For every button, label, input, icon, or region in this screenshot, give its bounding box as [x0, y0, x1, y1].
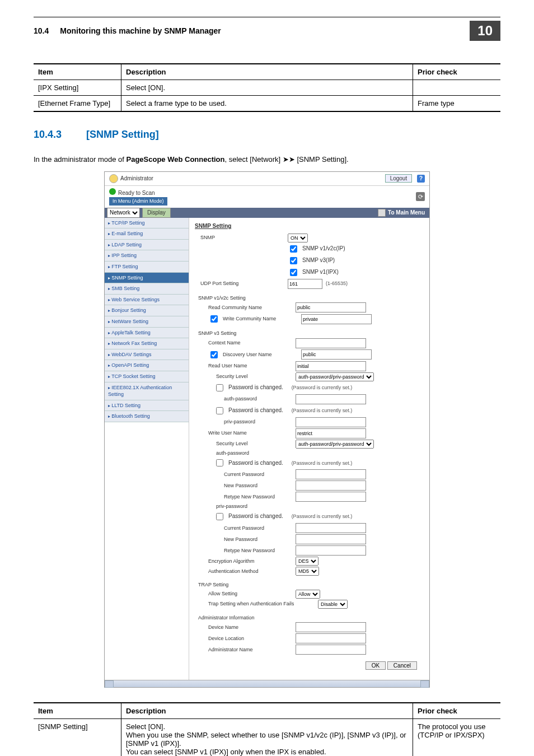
- subsection-number: 10.4.3: [34, 129, 69, 141]
- main-menu-link[interactable]: To Main Menu: [373, 208, 429, 218]
- status-icon: [109, 188, 116, 195]
- enc-alg-select[interactable]: DES: [296, 557, 318, 566]
- content-pane: SNMP Setting SNMPON SNMP v1/v2c(IP) SNMP…: [189, 218, 429, 680]
- admin-name-input[interactable]: [296, 645, 366, 655]
- sidebar-item[interactable]: E-mail Setting: [105, 228, 189, 240]
- sidebar-item[interactable]: IEEE802.1X Authentication Setting: [105, 382, 189, 400]
- sidebar-item[interactable]: TCP Socket Setting: [105, 371, 189, 382]
- th-prior: Prior check: [413, 703, 501, 719]
- display-button[interactable]: Display: [142, 208, 171, 218]
- horizontal-scrollbar[interactable]: [105, 680, 429, 687]
- sec-level-select[interactable]: auth-password/priv-password: [296, 372, 374, 381]
- sidebar-item[interactable]: WebDAV Settings: [105, 349, 189, 361]
- section-title: Monitoring this machine by SNMP Manager: [60, 26, 470, 35]
- cb-v3ip[interactable]: [290, 257, 297, 264]
- context-input[interactable]: [296, 338, 366, 348]
- sidebar-item[interactable]: AppleTalk Setting: [105, 328, 189, 339]
- intro-text: In the administrator mode of PageScope W…: [34, 155, 500, 164]
- th-item: Item: [34, 703, 121, 719]
- sidebar-item[interactable]: LLTD Setting: [105, 400, 189, 412]
- cb-pwchg-2[interactable]: [216, 407, 223, 414]
- sidebar-item[interactable]: Bluetooth Setting: [105, 411, 189, 422]
- th-prior: Prior check: [413, 64, 501, 80]
- new-pw-input[interactable]: [296, 480, 366, 491]
- admin-icon: [109, 174, 118, 183]
- ret-pw-input[interactable]: [296, 492, 366, 502]
- sidebar-item[interactable]: TCP/IP Setting: [105, 218, 189, 229]
- allow-select[interactable]: Allow: [296, 590, 320, 599]
- settings-table-2: Item Description Prior check [SNMP Setti…: [34, 702, 500, 756]
- cur-pw-input[interactable]: [296, 469, 366, 479]
- sidebar-item[interactable]: NetWare Setting: [105, 316, 189, 328]
- table-row: [SNMP Setting] Select [ON]. When you use…: [34, 719, 500, 756]
- settings-table-1: Item Description Prior check [IPX Settin…: [34, 63, 500, 112]
- priv-pw-input[interactable]: [296, 417, 366, 427]
- cb-v1ipx[interactable]: [290, 269, 297, 276]
- refresh-icon[interactable]: ⟳: [416, 192, 425, 201]
- th-desc: Description: [121, 703, 413, 719]
- table-row: [IPX Setting] Select [ON].: [34, 80, 500, 96]
- cur-pw-input-2[interactable]: [296, 523, 366, 533]
- cb-discovery[interactable]: [210, 351, 218, 358]
- ok-button[interactable]: OK: [366, 661, 386, 670]
- write-user-input[interactable]: [296, 428, 366, 438]
- section-number: 10.4: [34, 26, 49, 35]
- sidebar-item[interactable]: LDAP Setting: [105, 240, 189, 251]
- udp-port-input[interactable]: [288, 279, 322, 289]
- read-user-input[interactable]: [296, 361, 366, 371]
- cb-pwchg-4[interactable]: [216, 513, 223, 520]
- pane-title: SNMP Setting: [195, 222, 424, 230]
- cb-pwchg-3[interactable]: [216, 459, 223, 466]
- sidebar-item[interactable]: IPP Setting: [105, 250, 189, 262]
- admin-label: Administrator: [120, 175, 153, 183]
- th-item: Item: [34, 64, 121, 80]
- auth-pw-input[interactable]: [296, 394, 366, 404]
- trap-auth-select[interactable]: Disable: [318, 600, 348, 609]
- chapter-badge: 10: [470, 21, 500, 41]
- write-comm-input[interactable]: [301, 314, 372, 324]
- sidebar-item[interactable]: Network Fax Setting: [105, 338, 189, 349]
- discovery-input[interactable]: [301, 349, 372, 360]
- cancel-button[interactable]: Cancel: [387, 661, 417, 670]
- mode-bar: In Menu (Admin Mode): [109, 197, 167, 206]
- th-desc: Description: [121, 64, 413, 80]
- status-text: Ready to Scan: [118, 190, 155, 196]
- device-name-input[interactable]: [296, 622, 366, 632]
- page-header: 10.4 Monitoring this machine by SNMP Man…: [34, 21, 500, 41]
- menu-icon: [378, 209, 386, 217]
- sidebar-item[interactable]: SMB Setting: [105, 283, 189, 295]
- cb-write-comm[interactable]: [210, 315, 218, 323]
- sidebar-item-active[interactable]: SNMP Setting: [105, 273, 189, 284]
- sidebar-item[interactable]: FTP Setting: [105, 262, 189, 273]
- table-row: [Ethernet Frame Type] Select a frame typ…: [34, 96, 500, 112]
- help-icon[interactable]: ?: [417, 175, 425, 183]
- screenshot-mock: Administrator Logout ? Ready to Scan In …: [104, 171, 430, 688]
- auth-method-select[interactable]: MD5: [296, 567, 319, 576]
- sidebar-item[interactable]: OpenAPI Setting: [105, 360, 189, 371]
- ret-pw-input-2[interactable]: [296, 545, 366, 556]
- sidebar: TCP/IP Setting E-mail Setting LDAP Setti…: [105, 218, 189, 680]
- sidebar-item[interactable]: Bonjour Setting: [105, 305, 189, 316]
- nav-select[interactable]: Network: [107, 208, 140, 218]
- cb-v12ip[interactable]: [290, 245, 297, 253]
- snmp-select[interactable]: ON: [288, 234, 308, 242]
- device-loc-input[interactable]: [296, 633, 366, 643]
- cb-pwchg-1[interactable]: [216, 384, 223, 391]
- sec-level-select-2[interactable]: auth-password/priv-password: [296, 440, 374, 449]
- sidebar-item[interactable]: Web Service Settings: [105, 295, 189, 306]
- subsection-title: [SNMP Setting]: [86, 129, 159, 141]
- new-pw-input-2[interactable]: [296, 534, 366, 544]
- read-comm-input[interactable]: [296, 302, 366, 312]
- logout-button[interactable]: Logout: [385, 174, 413, 183]
